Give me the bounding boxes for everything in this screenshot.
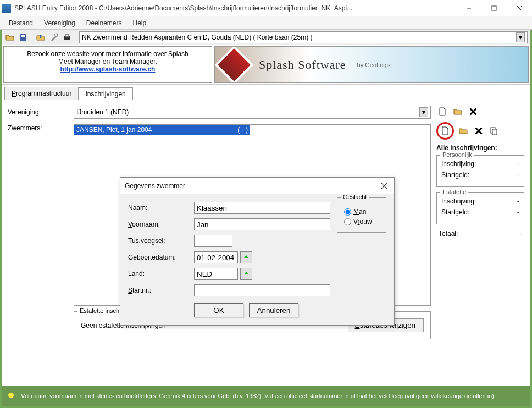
vereniging-select[interactable]: IJmuiden 1 (NED) ▾ — [74, 106, 431, 119]
startgeld-label: Startgeld: — [441, 171, 469, 179]
svg-rect-8 — [65, 35, 69, 37]
new-swimmer-icon[interactable] — [436, 122, 454, 140]
dialog-title: Gegevens zwemmer — [125, 182, 185, 190]
tus-label: Tus.voegsel: — [128, 237, 194, 245]
chevron-down-icon[interactable]: ▾ — [516, 32, 525, 42]
persoonlijk-fieldset: Persoonlijk Inschrijving:- Startgeld:- — [436, 155, 524, 187]
man-radio[interactable] — [344, 208, 351, 216]
dialog-close-icon[interactable] — [379, 180, 390, 191]
man-label: Man — [353, 208, 366, 216]
menu-help[interactable]: Help — [127, 18, 152, 28]
land-lookup-icon[interactable] — [240, 268, 252, 280]
tab-programmastructuur[interactable]: Programmastructuur — [4, 87, 79, 100]
startnr-label: Startnr.: — [128, 286, 194, 294]
info-box: Bezoek onze website voor meer informatie… — [3, 46, 212, 83]
voornaam-label: Voornaam: — [128, 220, 194, 228]
naam-input[interactable] — [194, 202, 330, 214]
copy-icon[interactable] — [488, 125, 500, 137]
event-select[interactable]: NK Zwemmend Redden Aspiranten C en D, Go… — [79, 31, 528, 43]
voornaam-input[interactable] — [194, 218, 330, 230]
land-label: Land: — [128, 270, 194, 278]
svg-rect-5 — [21, 35, 25, 37]
naam-label: Naam: — [128, 204, 194, 212]
status-text: Vul naam, voornaam in met kleine- en hoo… — [21, 393, 496, 399]
land-input[interactable] — [194, 268, 238, 280]
menubar: Bestand Vereniging Deelnemers Help — [0, 16, 532, 30]
estafette-fieldset-side: Estafette Inschrijving:- Startgeld:- — [436, 192, 524, 224]
window-title: SPLASH Entry Editor 2008 - C:\Users\Adri… — [14, 4, 456, 12]
svg-rect-16 — [10, 398, 12, 399]
svg-rect-1 — [492, 6, 496, 10]
vrouw-radio[interactable] — [344, 218, 351, 225]
info-line1: Bezoek onze website voor meer informatie… — [7, 50, 208, 58]
bulb-icon — [7, 392, 15, 400]
banner-sub: by GeoLogix — [357, 62, 391, 68]
geb-label: Geboortedatum: — [128, 253, 194, 261]
geb-input[interactable] — [194, 251, 238, 263]
inschrijving-value: - — [517, 160, 519, 168]
tool-icon[interactable] — [48, 32, 59, 43]
startgeld-value: - — [517, 171, 519, 179]
maximize-button[interactable] — [481, 0, 507, 16]
event-text: NK Zwemmend Redden Aspiranten C en D, Go… — [82, 34, 313, 41]
print-icon[interactable] — [62, 32, 73, 43]
vereniging-value: IJmuiden 1 (NED) — [76, 108, 129, 116]
banner-title: Splash Software — [259, 58, 346, 72]
edit-swimmer-icon[interactable] — [457, 125, 469, 137]
totaal-label: Totaal: — [439, 230, 458, 238]
list-item[interactable]: JANSEN, Piet, 1 jan 2004 ( - ) — [74, 125, 250, 135]
geslacht-fieldset: Geslacht Man Vrouw — [337, 197, 386, 233]
geb-lookup-icon[interactable] — [240, 251, 252, 263]
edit-icon[interactable] — [452, 106, 464, 118]
delete-swimmer-icon[interactable] — [473, 125, 485, 137]
vereniging-label: Vereniging: — [8, 108, 74, 116]
tab-inschrijvingen[interactable]: Inschrijvingen — [78, 87, 132, 100]
splash-logo-icon — [215, 46, 254, 83]
geslacht-label: Geslacht — [341, 194, 369, 200]
menu-vereniging[interactable]: Vereniging — [38, 18, 81, 28]
minimize-button[interactable] — [456, 0, 481, 16]
svg-point-15 — [8, 393, 14, 398]
app-icon — [2, 4, 11, 13]
delete-icon[interactable] — [467, 106, 479, 118]
alle-inschrijvingen-title: Alle inschrijvingen: — [436, 144, 524, 152]
est-startgeld-label: Startgeld: — [441, 208, 469, 216]
titlebar: SPLASH Entry Editor 2008 - C:\Users\Adri… — [0, 0, 532, 16]
persoonlijk-label: Persoonlijk — [440, 151, 474, 158]
totaal-value: - — [520, 230, 522, 238]
tabs: Programmastructuur Inschrijvingen — [2, 87, 530, 100]
svg-point-6 — [54, 34, 58, 37]
info-line2: Meet Manager en Team Manager. — [7, 58, 208, 65]
est-inschrijving-value: - — [517, 197, 519, 205]
tus-input[interactable] — [194, 235, 232, 247]
chevron-down-icon[interactable]: ▾ — [419, 107, 428, 117]
statusbar: Vul naam, voornaam in met kleine- en hoo… — [2, 386, 530, 406]
swimmer-dialog: Gegevens zwemmer Naam: Voornaam: Tus.voe… — [120, 177, 395, 326]
startnr-input[interactable] — [194, 284, 330, 296]
swimmer-count: ( - ) — [237, 126, 248, 134]
swimmer-name: JANSEN, Piet, 1 jan 2004 — [76, 126, 152, 134]
est-startgeld-value: - — [517, 208, 519, 216]
toolbar: NK Zwemmend Redden Aspiranten C en D, Go… — [2, 30, 530, 45]
menu-bestand[interactable]: Bestand — [3, 18, 38, 28]
estafette-side-label: Estafette — [440, 189, 468, 195]
close-button[interactable] — [507, 0, 532, 16]
new-icon[interactable] — [436, 106, 448, 118]
open-icon[interactable] — [4, 32, 15, 43]
folder-up-icon[interactable] — [35, 32, 46, 43]
zwemmers-label: Zwemmers: — [8, 124, 74, 132]
ok-button[interactable]: OK — [194, 303, 243, 317]
splash-banner: Splash Software by GeoLogix — [214, 46, 529, 83]
save-icon[interactable] — [18, 32, 29, 43]
annuleren-button[interactable]: Annuleren — [249, 303, 298, 317]
svg-rect-14 — [492, 129, 497, 135]
website-link[interactable]: http://www.splash-software.ch — [7, 65, 208, 73]
est-inschrijving-label: Inschrijving: — [441, 197, 476, 205]
menu-deelnemers[interactable]: Deelnemers — [81, 18, 128, 28]
vrouw-label: Vrouw — [353, 218, 372, 225]
inschrijving-label: Inschrijving: — [441, 160, 476, 168]
